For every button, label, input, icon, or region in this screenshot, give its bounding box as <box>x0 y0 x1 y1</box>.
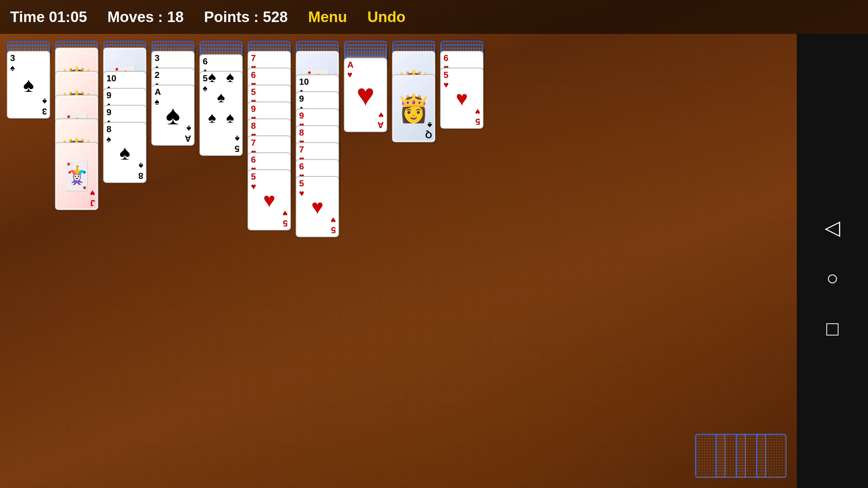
column-5[interactable]: 6♠ ♠ 6♠ 5♠ ♠ ♠ ♠ ♠ ♠ 5♠ <box>199 41 243 156</box>
card-5h2[interactable]: 5♥ ♥ 5♥ <box>248 169 291 230</box>
nav-panel: ◁ ○ □ <box>797 34 868 488</box>
stock-card <box>756 434 787 478</box>
card-rank-tl: 5♥ <box>251 172 256 191</box>
column-10[interactable]: 6♥ ♥ 6♥ 5♥ ♥ 5♥ <box>440 41 484 129</box>
card-rank-br: 5♠ <box>235 134 239 154</box>
menu-button[interactable]: Menu <box>308 8 347 25</box>
card-ah[interactable]: A♥ ♥ A♥ <box>344 58 387 132</box>
column-9[interactable]: K♠ 🤴 K♠ Q♠ 👸 Q♠ <box>392 41 435 142</box>
pip: ♠ <box>226 109 234 126</box>
card-5h-c7[interactable]: 5♥ ♥ 5♥ <box>296 176 339 237</box>
card-rank-br: 5♥ <box>475 107 480 126</box>
column-1[interactable]: 3♠ ♠ 3♠ <box>7 41 50 119</box>
card-8s[interactable]: 8♠ ♠ 8♠ <box>103 122 146 183</box>
card-rank-br: A♠ <box>185 124 191 143</box>
game-board: 3♠ ♠ 3♠ K♥ 🤴 K♥ Q♥ 👸 Q <box>0 34 868 488</box>
columns-container: 3♠ ♠ 3♠ K♥ 🤴 K♥ Q♥ 👸 Q <box>0 34 868 237</box>
card-center-suit: ♠ <box>119 141 130 164</box>
card-rank-tl: A♠ <box>155 87 161 106</box>
face-char: 🃏 <box>60 163 94 190</box>
card-rank-br: 3♠ <box>42 97 47 116</box>
column-6[interactable]: 7♥ ♥ 7♥ 6♥ ♥ 6♥ 5♥ ♥ 5♥ 9♥ ♥ 9♥ <box>248 41 291 230</box>
game-header: Time 01:05 Moves : 18 Points : 528 Menu … <box>0 0 868 34</box>
card-rank-tl: 5♠ <box>203 74 208 93</box>
column-2[interactable]: K♥ 🤴 K♥ Q♥ 👸 Q♥ J♥ 🃏 J♥ <box>55 41 98 210</box>
card-rank-tl: A♥ <box>347 60 354 79</box>
card-jh2[interactable]: J♥ 🃏 J♥ <box>55 142 98 210</box>
card-rank-br: 8♠ <box>138 161 143 181</box>
back-button[interactable]: ◁ <box>825 216 840 239</box>
card-rank-tl: 5♥ <box>299 179 304 198</box>
column-8[interactable]: A♥ ♥ A♥ <box>344 41 387 132</box>
pip: ♠ <box>208 68 216 85</box>
column-7[interactable]: J♠ 🃏 J♠ 10♠ ♠ 10♠ 9♠ ♠ 9♠ 9♥ ♥ <box>296 41 339 237</box>
card-center-suit: ♥ <box>456 87 468 110</box>
card-center-suit: ♥ <box>311 195 323 219</box>
undo-button[interactable]: Undo <box>368 8 406 25</box>
moves-display: Moves : 18 <box>107 8 184 25</box>
card-3s[interactable]: 3♠ ♠ 3♠ <box>7 51 50 119</box>
pip: ♠ <box>217 89 225 106</box>
card-center-suit: ♥ <box>356 78 374 113</box>
card-5h-c10[interactable]: 5♥ ♥ 5♥ <box>440 68 484 129</box>
points-display: Points : 528 <box>204 8 288 25</box>
card-rank-tl: 8♠ <box>106 124 111 144</box>
card-rank-tl: 5♥ <box>443 70 449 89</box>
card-center-suit: ♠ <box>23 73 34 97</box>
card-center-suit: ♠ <box>166 100 180 131</box>
card-rank-br: 5♥ <box>331 216 336 235</box>
card-rank-br: J♥ <box>90 188 95 208</box>
card-rank-br: 5♥ <box>282 209 288 228</box>
card-qs[interactable]: Q♠ 👸 Q♠ <box>392 75 435 142</box>
timer-display: Time 01:05 <box>10 8 87 25</box>
card-rank-br: A♥ <box>377 110 384 130</box>
card-rank-tl: 3♠ <box>10 53 15 73</box>
recents-button[interactable]: □ <box>826 317 839 340</box>
home-button[interactable]: ○ <box>826 266 839 290</box>
face-char: 👸 <box>397 95 431 122</box>
card-rank-br: Q♠ <box>425 121 432 140</box>
stock-pile[interactable] <box>695 434 787 478</box>
pip: ♠ <box>208 109 216 126</box>
card-as[interactable]: A♠ ♠ A♠ <box>151 85 195 146</box>
column-3[interactable]: J♠ 🃏 J♠ 10♠ ♠ 10♠ 9♠ ♠ 9♠ 9♠ ♠ <box>103 41 146 183</box>
column-4[interactable]: 3♠ ♠ 3♠ 2♠ ♠ 2♠ A♠ ♠ A♠ <box>151 41 195 146</box>
pip: ♠ <box>226 68 234 85</box>
card-5s[interactable]: 5♠ ♠ ♠ ♠ ♠ ♠ 5♠ <box>199 71 243 156</box>
card-center-suit: ♥ <box>263 188 275 212</box>
